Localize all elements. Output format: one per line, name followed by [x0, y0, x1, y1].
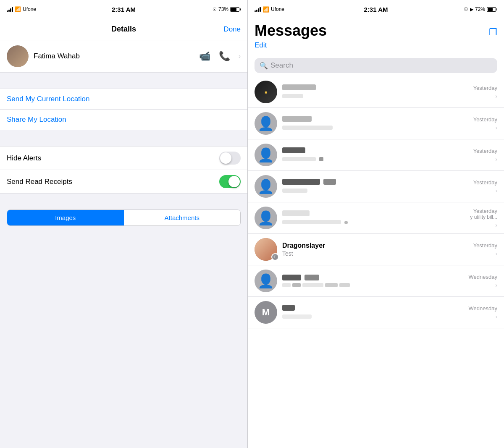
- send-read-receipts-toggle[interactable]: [219, 175, 241, 188]
- hide-alerts-knob: [220, 152, 231, 164]
- conversation-meta: Yesterday ›: [473, 85, 497, 100]
- conversation-time: Yesterday: [473, 116, 497, 123]
- conversation-avatar-m: M: [255, 301, 277, 324]
- dragonslayer-time: Yesterday: [473, 242, 497, 249]
- chevron-right-icon: ›: [495, 93, 497, 100]
- at-icon-right: ☉: [464, 6, 468, 12]
- contact-name: Fatima Wahab: [34, 52, 194, 60]
- share-location-item[interactable]: Share My Location: [0, 110, 247, 130]
- conversation-name: [282, 305, 464, 312]
- person-icon: 👤: [257, 273, 274, 289]
- nav-bar-left: Details Done: [0, 18, 247, 40]
- battery-percent-left: 73%: [218, 6, 228, 12]
- wifi-icon-right: 📶: [262, 6, 269, 13]
- location-icon-right: ▶: [470, 7, 473, 12]
- messages-header: Messages ❐: [248, 18, 504, 41]
- conversation-preview-time: y utility bill...: [470, 214, 497, 220]
- left-panel: 📶 Ufone 2:31 AM ☉ 73% Details Done Fatim…: [0, 0, 248, 448]
- phone-call-icon[interactable]: 📞: [219, 51, 230, 62]
- contact-row[interactable]: Fatima Wahab 📹 📞 ›: [0, 40, 247, 73]
- location-section: Send My Current Location Share My Locati…: [0, 89, 247, 130]
- battery-icon-left: [230, 7, 241, 12]
- wifi-icon-left: 📶: [15, 6, 21, 12]
- carrier-right: Ufone: [271, 6, 284, 12]
- time-right: 2:31 AM: [364, 6, 388, 13]
- conversation-avatar: 👤: [255, 112, 277, 135]
- conversation-name: [282, 116, 468, 123]
- person-icon: 👤: [257, 178, 274, 194]
- right-status-right: ☉ ▶ 72%: [464, 6, 497, 12]
- conversation-meta: Yesterday ›: [473, 116, 497, 131]
- conversation-meta: Wednesday ›: [469, 274, 497, 288]
- dragonslayer-preview: Test: [282, 250, 468, 257]
- conversation-preview: [282, 187, 468, 194]
- chevron-right-icon: ›: [495, 282, 497, 288]
- avatar-letter: M: [262, 307, 270, 318]
- search-bar[interactable]: 🔍 Search: [255, 58, 497, 73]
- messages-title: Messages: [255, 22, 327, 39]
- avatar-content: ■: [265, 90, 267, 94]
- dragonslayer-meta: Yesterday ›: [473, 242, 497, 257]
- conversation-content: [282, 116, 468, 131]
- conversation-item[interactable]: 👤 Yesterday y utility bill... ›: [248, 202, 504, 234]
- conversation-item[interactable]: 👤 Wednesday ›: [248, 265, 504, 297]
- conversation-item[interactable]: M Wednesday ›: [248, 297, 504, 328]
- conversation-content: [282, 84, 468, 100]
- chevron-right-icon: ›: [495, 187, 497, 194]
- conversation-item[interactable]: 👤 Yesterday ›: [248, 171, 504, 202]
- contact-chevron-icon: ›: [239, 52, 241, 60]
- battery-percent-right: 72%: [475, 6, 485, 12]
- conversation-meta: Wednesday ›: [469, 305, 497, 320]
- conversation-name: [282, 210, 465, 218]
- conversation-content: [282, 305, 464, 320]
- conversation-time: Wednesday: [469, 274, 497, 280]
- conversation-item[interactable]: 👤 Yesterday ›: [248, 108, 504, 139]
- conversation-avatar: 👤: [255, 207, 277, 229]
- separator-2: [0, 130, 247, 146]
- dragonslayer-name: Dragonslayer: [282, 242, 468, 249]
- conversation-name: [282, 147, 468, 155]
- conversation-content: [282, 179, 468, 194]
- chevron-right-icon: ›: [495, 124, 497, 131]
- conversation-name: [282, 179, 468, 186]
- send-read-receipts-label: Send Read Receipts: [7, 178, 219, 186]
- conversation-name: [282, 84, 468, 92]
- person-icon: 👤: [257, 115, 274, 131]
- conversation-avatar: 👤: [255, 144, 277, 166]
- conversation-meta: Yesterday ›: [473, 179, 497, 194]
- status-bar-left: 📶 Ufone 2:31 AM ☉ 73%: [0, 0, 247, 18]
- signal-bars-right: [255, 7, 261, 12]
- contact-avatar: [7, 45, 29, 67]
- person-icon: 👤: [257, 210, 274, 226]
- carrier-left: Ufone: [23, 6, 36, 12]
- battery-icon-right: [487, 7, 497, 12]
- done-button[interactable]: Done: [223, 25, 241, 34]
- conversation-meta: Yesterday y utility bill... ›: [470, 208, 497, 228]
- conversation-preview: [282, 283, 464, 287]
- images-segment-button[interactable]: Images: [7, 210, 124, 225]
- conversation-preview: [282, 219, 465, 225]
- conversation-time: Wednesday: [469, 305, 497, 312]
- conversation-meta: Yesterday ›: [473, 148, 497, 162]
- right-carrier-info: 📶 Ufone: [255, 6, 284, 13]
- send-location-item[interactable]: Send My Current Location: [0, 89, 247, 110]
- dragonslayer-conversation-item[interactable]: ☾ Dragonslayer Test Yesterday ›: [248, 234, 504, 265]
- time-left: 2:31 AM: [112, 6, 136, 13]
- conversation-preview: [282, 93, 468, 100]
- compose-icon[interactable]: ❐: [489, 27, 497, 38]
- conversation-time: Yesterday: [473, 148, 497, 154]
- location-icon-left: ☉: [213, 7, 217, 12]
- dragonslayer-content: Dragonslayer Test: [282, 242, 468, 257]
- toggle-section: Hide Alerts Send Read Receipts: [0, 146, 247, 194]
- conversation-avatar: 👤: [255, 270, 277, 292]
- attachments-segment-button[interactable]: Attachments: [124, 210, 241, 225]
- hide-alerts-label: Hide Alerts: [7, 154, 219, 162]
- chevron-right-icon: ›: [495, 222, 497, 228]
- hide-alerts-toggle[interactable]: [219, 152, 241, 165]
- segment-control: Images Attachments: [7, 210, 241, 226]
- conversation-item[interactable]: ■ Yesterday ›: [248, 76, 504, 108]
- conversation-item[interactable]: 👤 Yesterday ›: [248, 139, 504, 171]
- edit-button[interactable]: Edit: [255, 41, 267, 50]
- video-call-icon[interactable]: 📹: [199, 51, 210, 62]
- contact-actions: 📹 📞 ›: [199, 51, 241, 62]
